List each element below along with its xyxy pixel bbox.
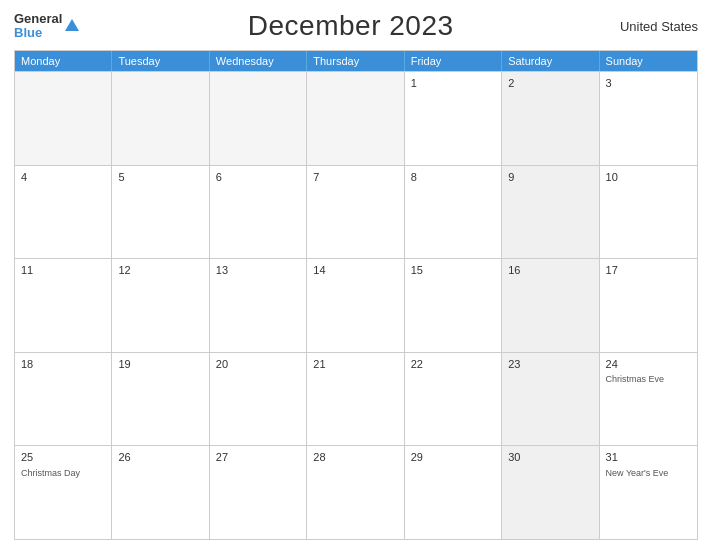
day-cell-19: 19 [112, 353, 209, 446]
week-row-3: 11 12 13 14 15 16 17 [15, 258, 697, 352]
header-saturday: Saturday [502, 51, 599, 71]
day-cell-6: 6 [210, 166, 307, 259]
week-row-4: 18 19 20 21 22 23 24 C [15, 352, 697, 446]
day-cell-27: 27 [210, 446, 307, 539]
day-cell-11: 11 [15, 259, 112, 352]
day-cell-31: 31 New Year's Eve [600, 446, 697, 539]
day-cell-1: 1 [405, 72, 502, 165]
header-sunday: Sunday [600, 51, 697, 71]
day-cell-18: 18 [15, 353, 112, 446]
header-monday: Monday [15, 51, 112, 71]
logo: GeneralBlue [14, 12, 81, 41]
weeks-container: 1 2 3 4 5 6 [15, 71, 697, 539]
day-headers-row: Monday Tuesday Wednesday Thursday Friday… [15, 51, 697, 71]
header-friday: Friday [405, 51, 502, 71]
day-cell-29: 29 [405, 446, 502, 539]
day-cell-21: 21 [307, 353, 404, 446]
logo-text: GeneralBlue [14, 12, 62, 41]
day-cell-8: 8 [405, 166, 502, 259]
week-row-2: 4 5 6 7 8 9 10 [15, 165, 697, 259]
country-label: United States [620, 19, 698, 34]
day-cell-22: 22 [405, 353, 502, 446]
day-cell-5: 5 [112, 166, 209, 259]
day-cell-17: 17 [600, 259, 697, 352]
month-title: December 2023 [248, 10, 454, 42]
day-cell-28: 28 [307, 446, 404, 539]
week-row-5: 25 Christmas Day 26 27 28 29 30 [15, 445, 697, 539]
day-cell-4: 4 [15, 166, 112, 259]
week-row-1: 1 2 3 [15, 71, 697, 165]
day-cell-w1-3 [210, 72, 307, 165]
day-cell-12: 12 [112, 259, 209, 352]
svg-marker-0 [65, 19, 79, 31]
day-cell-16: 16 [502, 259, 599, 352]
day-cell-7: 7 [307, 166, 404, 259]
day-cell-26: 26 [112, 446, 209, 539]
day-cell-24: 24 Christmas Eve [600, 353, 697, 446]
header-tuesday: Tuesday [112, 51, 209, 71]
calendar-grid: Monday Tuesday Wednesday Thursday Friday… [14, 50, 698, 540]
header-thursday: Thursday [307, 51, 404, 71]
header-wednesday: Wednesday [210, 51, 307, 71]
day-cell-2: 2 [502, 72, 599, 165]
day-cell-25: 25 Christmas Day [15, 446, 112, 539]
day-cell-w1-4 [307, 72, 404, 165]
day-cell-14: 14 [307, 259, 404, 352]
header: GeneralBlue December 2023 United States [14, 10, 698, 42]
day-cell-13: 13 [210, 259, 307, 352]
day-cell-w1-2 [112, 72, 209, 165]
day-cell-15: 15 [405, 259, 502, 352]
day-cell-w1-1 [15, 72, 112, 165]
day-cell-10: 10 [600, 166, 697, 259]
day-cell-23: 23 [502, 353, 599, 446]
logo-icon [63, 17, 81, 35]
calendar-page: GeneralBlue December 2023 United States … [0, 0, 712, 550]
day-cell-9: 9 [502, 166, 599, 259]
day-cell-30: 30 [502, 446, 599, 539]
day-cell-3: 3 [600, 72, 697, 165]
day-cell-20: 20 [210, 353, 307, 446]
